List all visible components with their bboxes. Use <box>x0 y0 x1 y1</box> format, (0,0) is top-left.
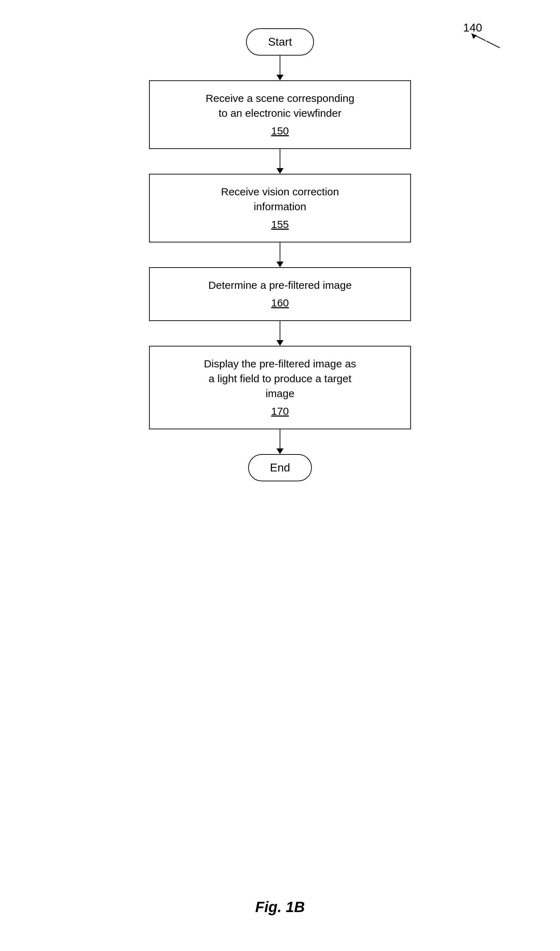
step-155-ref: 155 <box>164 217 396 232</box>
arrow-5 <box>277 429 283 454</box>
end-node: End <box>248 454 312 481</box>
arrow-line-2 <box>280 149 280 168</box>
end-label: End <box>270 461 290 474</box>
step-160-ref: 160 <box>164 295 396 310</box>
step-155-text: Receive vision correctioninformation <box>164 185 396 214</box>
svg-line-3 <box>488 37 489 39</box>
arrow-head-2 <box>277 168 283 174</box>
step-150-ref: 150 <box>164 123 396 138</box>
arrow-3 <box>277 242 283 267</box>
arrow-2 <box>277 149 283 174</box>
figure-caption: Fig. 1B <box>255 899 305 916</box>
step-150-text: Receive a scene correspondingto an elect… <box>164 91 396 121</box>
step-155-box: Receive vision correctioninformation 155 <box>149 174 411 242</box>
step-160-box: Determine a pre-filtered image 160 <box>149 267 411 321</box>
ref-arrow-140 <box>465 30 507 51</box>
arrow-4 <box>277 321 283 346</box>
start-label: Start <box>268 35 292 48</box>
step-150-box: Receive a scene correspondingto an elect… <box>149 80 411 149</box>
arrow-head-3 <box>277 262 283 267</box>
arrow-line-3 <box>280 242 280 262</box>
diagram-container: 140 Start Receive a scene correspondingt… <box>0 0 560 951</box>
arrow-head-1 <box>277 75 283 80</box>
arrow-head-5 <box>277 448 283 454</box>
step-170-box: Display the pre-filtered image asa light… <box>149 346 411 429</box>
arrow-line-4 <box>280 321 280 340</box>
step-170-ref: 170 <box>164 404 396 419</box>
arrow-1 <box>277 55 283 80</box>
arrow-head-4 <box>277 340 283 346</box>
step-170-text: Display the pre-filtered image asa light… <box>164 356 396 401</box>
flowchart: Start Receive a scene correspondingto an… <box>149 28 411 481</box>
figure-caption-text: Fig. 1B <box>255 899 305 915</box>
start-node: Start <box>246 28 314 55</box>
step-160-text: Determine a pre-filtered image <box>164 278 396 293</box>
arrow-line-5 <box>280 429 280 448</box>
arrow-line-1 <box>280 55 280 75</box>
